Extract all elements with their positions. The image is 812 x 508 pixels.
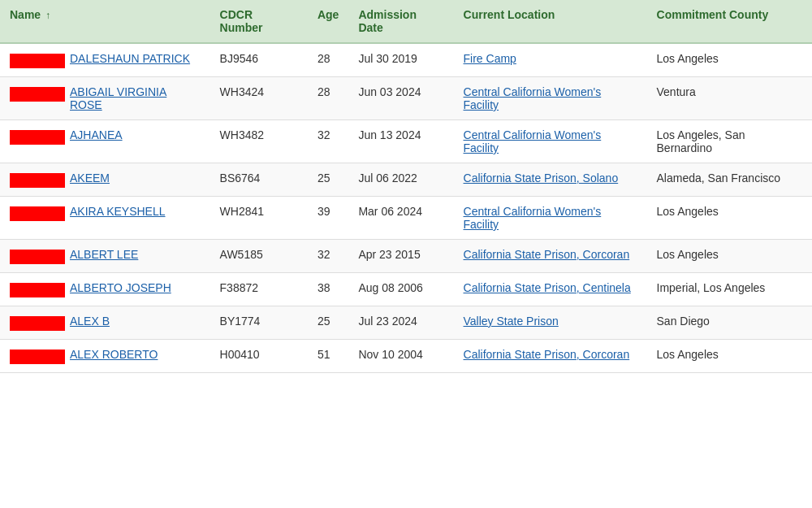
cdcr-cell: BS6764 <box>210 163 308 197</box>
location-link[interactable]: California State Prison, Solano <box>464 172 619 185</box>
redacted-bar <box>10 173 65 188</box>
location-cell: Fire Camp <box>454 43 647 77</box>
header-county: Commitment County <box>647 0 812 43</box>
header-age: Age <box>308 0 348 43</box>
inmate-table: Name ↑ CDCR Number Age Admission Date Cu… <box>0 0 812 373</box>
redacted-bar <box>10 87 65 102</box>
name-link[interactable]: ALBERTO JOSEPH <box>70 281 171 294</box>
county-cell: San Diego <box>647 306 812 340</box>
redacted-bar <box>10 283 65 297</box>
county-cell: Los Angeles <box>647 197 812 240</box>
age-cell: 28 <box>308 77 348 120</box>
table-row: ALEX BBY177425Jul 23 2024Valley State Pr… <box>0 306 812 340</box>
location-cell: California State Prison, Centinela <box>454 273 647 306</box>
county-cell: Imperial, Los Angeles <box>647 273 812 306</box>
cdcr-cell: WH2841 <box>210 197 308 240</box>
cdcr-cell: BJ9546 <box>210 43 308 77</box>
county-cell: Ventura <box>647 77 812 120</box>
name-link[interactable]: DALESHAUN PATRICK <box>70 52 190 65</box>
name-cell-2: AJHANEA <box>0 120 210 163</box>
location-cell: Central California Women's Facility <box>454 77 647 120</box>
admission-cell: Aug 08 2006 <box>348 273 453 306</box>
table-row: AJHANEAWH348232Jun 13 2024Central Califo… <box>0 120 812 163</box>
redacted-bar <box>10 54 65 68</box>
admission-cell: Apr 23 2015 <box>348 240 453 273</box>
table-row: ALEX ROBERTOH0041051Nov 10 2004Californi… <box>0 340 812 373</box>
cdcr-cell: WH3482 <box>210 120 308 163</box>
county-cell: Los Angeles <box>647 340 812 373</box>
redacted-bar <box>10 206 65 221</box>
name-link[interactable]: ALEX B <box>70 315 110 328</box>
sort-arrow-name: ↑ <box>45 10 50 21</box>
location-cell: Central California Women's Facility <box>454 197 647 240</box>
location-cell: California State Prison, Corcoran <box>454 340 647 373</box>
age-cell: 51 <box>308 340 348 373</box>
admission-cell: Jul 06 2022 <box>348 163 453 197</box>
header-location: Current Location <box>454 0 647 43</box>
cdcr-cell: WH3424 <box>210 77 308 120</box>
name-link[interactable]: AKEEM <box>70 172 110 185</box>
admission-cell: Jul 23 2024 <box>348 306 453 340</box>
county-cell: Los Angeles <box>647 240 812 273</box>
table-row: AKEEMBS676425Jul 06 2022California State… <box>0 163 812 197</box>
age-cell: 39 <box>308 197 348 240</box>
name-link[interactable]: AJHANEA <box>70 128 123 141</box>
admission-cell: Jul 30 2019 <box>348 43 453 77</box>
location-cell: California State Prison, Corcoran <box>454 240 647 273</box>
location-link[interactable]: Valley State Prison <box>464 315 559 328</box>
name-cell-0: DALESHAUN PATRICK <box>0 43 210 77</box>
location-link[interactable]: Fire Camp <box>464 52 516 65</box>
table-row: ABIGAIL VIRGINIA ROSEWH342428Jun 03 2024… <box>0 77 812 120</box>
redacted-bar <box>10 130 65 145</box>
admission-cell: Mar 06 2024 <box>348 197 453 240</box>
redacted-bar <box>10 250 65 264</box>
table-body: DALESHAUN PATRICKBJ954628Jul 30 2019Fire… <box>0 43 812 373</box>
admission-cell: Jun 03 2024 <box>348 77 453 120</box>
inmate-table-container: Name ↑ CDCR Number Age Admission Date Cu… <box>0 0 812 373</box>
table-row: DALESHAUN PATRICKBJ954628Jul 30 2019Fire… <box>0 43 812 77</box>
table-header-row: Name ↑ CDCR Number Age Admission Date Cu… <box>0 0 812 43</box>
location-link[interactable]: Central California Women's Facility <box>464 85 602 111</box>
location-link[interactable]: California State Prison, Centinela <box>464 281 631 294</box>
header-name[interactable]: Name ↑ <box>0 0 210 43</box>
cdcr-cell: AW5185 <box>210 240 308 273</box>
county-cell: Los Angeles <box>647 43 812 77</box>
name-cell-1: ABIGAIL VIRGINIA ROSE <box>0 77 210 120</box>
name-cell-7: ALEX B <box>0 306 210 340</box>
name-cell-4: AKIRA KEYSHELL <box>0 197 210 240</box>
location-cell: California State Prison, Solano <box>454 163 647 197</box>
location-cell: Valley State Prison <box>454 306 647 340</box>
location-cell: Central California Women's Facility <box>454 120 647 163</box>
location-link[interactable]: California State Prison, Corcoran <box>464 248 630 261</box>
cdcr-cell: F38872 <box>210 273 308 306</box>
admission-cell: Nov 10 2004 <box>348 340 453 373</box>
name-cell-6: ALBERTO JOSEPH <box>0 273 210 306</box>
cdcr-cell: H00410 <box>210 340 308 373</box>
name-link[interactable]: ALBERT LEE <box>70 248 138 261</box>
redacted-bar <box>10 316 65 331</box>
age-cell: 32 <box>308 120 348 163</box>
name-link[interactable]: ABIGAIL VIRGINIA ROSE <box>70 85 201 111</box>
name-cell-5: ALBERT LEE <box>0 240 210 273</box>
header-admission: Admission Date <box>348 0 453 43</box>
age-cell: 25 <box>308 306 348 340</box>
header-cdcr: CDCR Number <box>210 0 308 43</box>
age-cell: 32 <box>308 240 348 273</box>
cdcr-cell: BY1774 <box>210 306 308 340</box>
name-cell-3: AKEEM <box>0 163 210 197</box>
location-link[interactable]: Central California Women's Facility <box>464 128 602 154</box>
county-cell: Alameda, San Francisco <box>647 163 812 197</box>
table-row: ALBERTO JOSEPHF3887238Aug 08 2006Califor… <box>0 273 812 306</box>
name-link[interactable]: ALEX ROBERTO <box>70 348 158 361</box>
admission-cell: Jun 13 2024 <box>348 120 453 163</box>
redacted-bar <box>10 350 65 364</box>
location-link[interactable]: California State Prison, Corcoran <box>464 348 630 361</box>
name-link[interactable]: AKIRA KEYSHELL <box>70 205 166 218</box>
table-row: AKIRA KEYSHELLWH284139Mar 06 2024Central… <box>0 197 812 240</box>
county-cell: Los Angeles, San Bernardino <box>647 120 812 163</box>
table-row: ALBERT LEEAW518532Apr 23 2015California … <box>0 240 812 273</box>
location-link[interactable]: Central California Women's Facility <box>464 205 602 231</box>
age-cell: 25 <box>308 163 348 197</box>
name-cell-8: ALEX ROBERTO <box>0 340 210 373</box>
age-cell: 38 <box>308 273 348 306</box>
